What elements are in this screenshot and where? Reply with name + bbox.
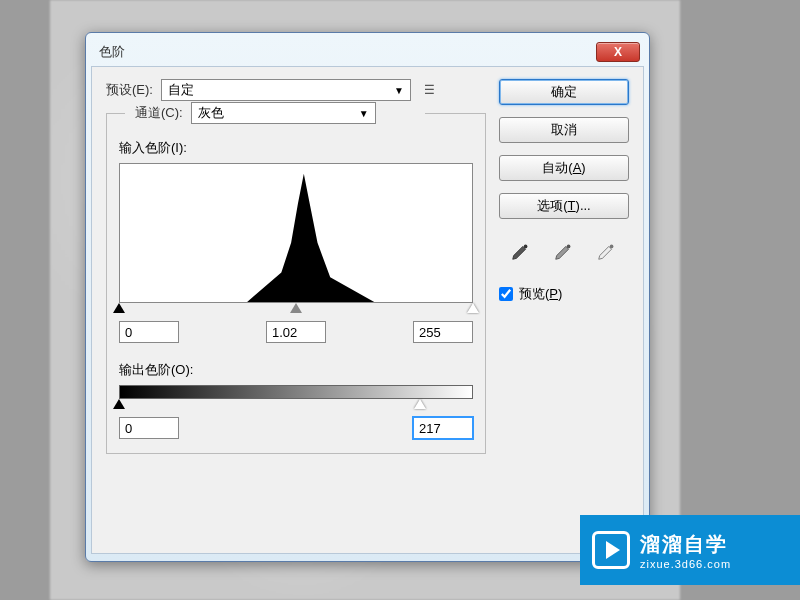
- input-white-field[interactable]: [413, 321, 473, 343]
- preset-menu-icon[interactable]: ☰: [421, 81, 439, 99]
- gray-point-eyedropper-icon[interactable]: [550, 239, 578, 263]
- levels-group: 通道(C): 灰色 ▼ 输入色阶(I):: [106, 113, 486, 454]
- dialog-body: 预设(E): 自定 ▼ ☰ 通道(C): 灰色 ▼ 输入色阶(I):: [91, 66, 644, 554]
- channel-value: 灰色: [198, 104, 224, 122]
- preview-checkbox-row[interactable]: 预览(P): [499, 285, 629, 303]
- dropdown-arrow-icon: ▼: [359, 108, 369, 119]
- cancel-button[interactable]: 取消: [499, 117, 629, 143]
- input-gamma-slider[interactable]: [290, 303, 302, 313]
- watermark: 溜溜自学 zixue.3d66.com: [580, 515, 800, 585]
- levels-dialog: 色阶 X 预设(E): 自定 ▼ ☰ 通道(C): 灰色 ▼: [85, 32, 650, 562]
- dropdown-arrow-icon: ▼: [394, 85, 404, 96]
- output-slider-track[interactable]: [119, 399, 473, 411]
- right-panel: 确定 取消 自动(A) 选项(T)...: [499, 79, 629, 303]
- input-black-slider[interactable]: [113, 303, 125, 313]
- output-levels-label: 输出色阶(O):: [119, 361, 473, 379]
- input-slider-track[interactable]: [119, 303, 473, 315]
- input-levels-label: 输入色阶(I):: [119, 139, 473, 157]
- ok-button[interactable]: 确定: [499, 79, 629, 105]
- histogram: [119, 163, 473, 303]
- output-white-field[interactable]: [413, 417, 473, 439]
- channel-label: 通道(C):: [135, 104, 183, 122]
- output-gradient: [119, 385, 473, 399]
- svg-point-0: [523, 245, 527, 249]
- eyedropper-row: [499, 239, 629, 263]
- input-white-slider[interactable]: [467, 303, 479, 313]
- preset-select[interactable]: 自定 ▼: [161, 79, 411, 101]
- input-gamma-field[interactable]: [266, 321, 326, 343]
- preset-label: 预设(E):: [106, 81, 153, 99]
- watermark-sub: zixue.3d66.com: [640, 558, 731, 570]
- input-black-field[interactable]: [119, 321, 179, 343]
- output-black-field[interactable]: [119, 417, 179, 439]
- watermark-title: 溜溜自学: [640, 531, 731, 558]
- output-black-slider[interactable]: [113, 399, 125, 409]
- output-values-row: [119, 417, 473, 439]
- black-point-eyedropper-icon[interactable]: [507, 239, 535, 263]
- channel-select[interactable]: 灰色 ▼: [191, 102, 376, 124]
- auto-button[interactable]: 自动(A): [499, 155, 629, 181]
- white-point-eyedropper-icon[interactable]: [593, 239, 621, 263]
- close-icon: X: [614, 45, 622, 59]
- preview-checkbox[interactable]: [499, 287, 513, 301]
- play-icon: [592, 531, 630, 569]
- preset-value: 自定: [168, 81, 194, 99]
- input-values-row: [119, 321, 473, 343]
- options-button[interactable]: 选项(T)...: [499, 193, 629, 219]
- channel-row: 通道(C): 灰色 ▼: [131, 102, 380, 124]
- svg-point-2: [610, 245, 614, 249]
- dialog-title: 色阶: [99, 43, 125, 61]
- close-button[interactable]: X: [596, 42, 640, 62]
- titlebar[interactable]: 色阶 X: [91, 38, 644, 66]
- svg-point-1: [567, 245, 571, 249]
- output-white-slider[interactable]: [414, 399, 426, 409]
- watermark-text: 溜溜自学 zixue.3d66.com: [640, 531, 731, 570]
